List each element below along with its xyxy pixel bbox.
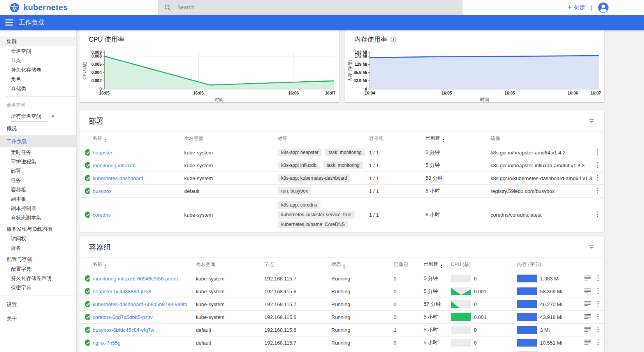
- column-header-name[interactable]: 名称: [90, 131, 181, 146]
- sidebar-item-persistent-volumes[interactable]: 持久化存储卷: [0, 65, 76, 74]
- sidebar-item-replica-sets[interactable]: 副本集: [0, 194, 76, 203]
- sidebar-item-nodes[interactable]: 节点: [0, 56, 76, 65]
- kubernetes-logo[interactable]: kubernetes: [0, 2, 68, 13]
- namespace-cell: default: [181, 185, 274, 198]
- sort-arrows-icon: [104, 138, 107, 142]
- column-header-name[interactable]: 名称: [90, 257, 193, 272]
- row-menu-kebab-icon[interactable]: [597, 288, 599, 294]
- namespace-cell: kube-system: [181, 172, 274, 185]
- search-input[interactable]: [177, 4, 456, 11]
- sidebar-item-workloads[interactable]: 工作负载: [0, 135, 76, 147]
- logs-icon[interactable]: [584, 340, 591, 345]
- kubernetes-wheel-icon: [9, 2, 20, 13]
- namespace-cell: kube-system: [181, 198, 274, 232]
- deployment-name-link[interactable]: kubernetes-dashboard: [93, 175, 143, 181]
- sidebar-item-storage-classes[interactable]: 存储类: [0, 84, 76, 93]
- logs-icon[interactable]: [584, 275, 591, 281]
- sidebar-item-daemon-sets[interactable]: 守护进程集: [0, 157, 76, 166]
- restarts-cell: 0: [391, 349, 421, 352]
- sidebar-item-deployments[interactable]: 部署: [0, 166, 76, 175]
- row-menu-kebab-icon[interactable]: [597, 301, 599, 307]
- info-icon[interactable]: [391, 37, 396, 42]
- sidebar-item-config-maps[interactable]: 配置字典: [0, 264, 76, 273]
- sidebar-item-config-storage[interactable]: 配置与存储: [0, 254, 76, 264]
- cpu-value: 0.001: [474, 289, 487, 294]
- create-button[interactable]: + 创建: [567, 4, 585, 11]
- sidebar-item-cron-jobs[interactable]: 定时任务: [0, 147, 76, 157]
- table-row[interactable]: busybox default run: busybox 1 / 1 5 小时 …: [79, 185, 604, 198]
- row-menu-kebab-icon[interactable]: [597, 275, 599, 281]
- pod-name-link[interactable]: kubernetes-dashboard-658b5b8788-v89fb: [93, 301, 187, 307]
- table-row[interactable]: nginx-7n55g default 192.168.115.7 Runnin…: [79, 336, 604, 349]
- brand-text: kubernetes: [23, 3, 68, 12]
- sidebar-item-namespaces[interactable]: 命名空间: [0, 46, 76, 56]
- cpu-sparkline: [451, 339, 471, 347]
- sidebar-item-persistent-volume-claims[interactable]: 持久化存储卷声明: [0, 273, 76, 283]
- row-menu-kebab-icon[interactable]: [597, 339, 599, 345]
- user-account-icon[interactable]: [598, 2, 609, 13]
- sidebar-item-overview[interactable]: 概况: [0, 124, 76, 133]
- row-menu-kebab-icon[interactable]: [597, 162, 598, 168]
- menu-hamburger-icon[interactable]: [0, 19, 19, 26]
- logs-icon[interactable]: [584, 327, 591, 332]
- deployment-name-link[interactable]: monitoring-influxdb: [93, 163, 135, 168]
- table-row[interactable]: coredns kube-system k8s-app: corednskube…: [79, 198, 604, 232]
- memory-sparkline: [517, 287, 537, 295]
- table-row[interactable]: nginx-znjtn default 192.168.115.6 Runnin…: [79, 349, 604, 352]
- row-menu-kebab-icon[interactable]: [597, 313, 599, 320]
- pod-name-link[interactable]: heapster-5c448886d-jtzx8: [93, 289, 151, 294]
- deployment-name-link[interactable]: busybox: [93, 188, 111, 194]
- row-menu-kebab-icon[interactable]: [597, 187, 598, 194]
- table-row[interactable]: kubernetes-dashboard kube-system k8s-app…: [79, 172, 604, 185]
- column-header-status[interactable]: 状态: [328, 257, 391, 272]
- images-cell: registry.59iedu.com/busybox: [487, 185, 594, 198]
- row-menu-kebab-icon[interactable]: [597, 326, 599, 333]
- table-row[interactable]: busybox-6bfdc45c84-vfq7w default 192.168…: [79, 324, 604, 336]
- node-cell: 192.168.115.6: [261, 311, 328, 324]
- table-row[interactable]: kubernetes-dashboard-658b5b8788-v89fb ku…: [79, 298, 604, 311]
- table-row[interactable]: monitoring-influxdb kube-system k8s-app:…: [79, 159, 604, 172]
- filter-icon[interactable]: [588, 118, 595, 125]
- pod-name-link[interactable]: nginx-7n55g: [93, 340, 121, 346]
- filter-icon[interactable]: [588, 244, 595, 251]
- sidebar-item-about[interactable]: 关于: [0, 314, 76, 324]
- namespace-selector[interactable]: 所有命名空间: [0, 110, 76, 121]
- deployment-name-link[interactable]: coredns: [93, 212, 111, 218]
- pods-cell: 1 / 1: [366, 198, 422, 232]
- images-cell: k8s.gcr.io/heapster-influxdb-amd64:v1.3.…: [487, 159, 594, 172]
- logs-icon[interactable]: [584, 301, 591, 306]
- table-row[interactable]: coredns-6bd7d5dbb5-pzjtv kube-system 192…: [79, 311, 604, 324]
- logs-icon[interactable]: [584, 288, 591, 294]
- sidebar-item-pods[interactable]: 容器组: [0, 185, 76, 194]
- pod-name-link[interactable]: coredns-6bd7d5dbb5-pzjtv: [93, 314, 153, 320]
- sidebar-item-cluster[interactable]: 集群: [0, 37, 76, 46]
- cpu-sparkline: [451, 313, 471, 321]
- table-row[interactable]: monitoring-influxdb-66946c9f58-ptnmt kub…: [79, 272, 604, 285]
- sidebar-item-settings[interactable]: 设置: [0, 299, 76, 309]
- column-header-namespace: 命名空间: [181, 131, 274, 146]
- sidebar-item-secrets[interactable]: 保密字典: [0, 283, 76, 292]
- pod-name-link[interactable]: busybox-6bfdc45c84-vfq7w: [93, 327, 154, 333]
- cpu-chart-title: CPU 使用率: [89, 35, 125, 44]
- column-header-images: 镜像: [487, 131, 594, 146]
- sidebar-item-stateful-sets[interactable]: 有状态副本集: [0, 213, 76, 222]
- column-header-created[interactable]: 已创建: [421, 257, 448, 272]
- row-menu-kebab-icon[interactable]: [597, 149, 598, 155]
- row-menu-kebab-icon[interactable]: [597, 175, 598, 181]
- sidebar-item-jobs[interactable]: 任务: [0, 175, 76, 185]
- sidebar-item-discovery[interactable]: 服务发现与负载均衡: [0, 224, 76, 234]
- restarts-cell: 0: [391, 272, 421, 285]
- topbar-divider: |: [591, 4, 592, 11]
- sidebar-item-services[interactable]: 服务: [0, 243, 76, 252]
- column-header-created[interactable]: 已创建: [422, 131, 487, 146]
- sidebar-item-replication-controllers[interactable]: 副本控制器: [0, 203, 76, 213]
- table-row[interactable]: heapster kube-system k8s-app: heapsterta…: [79, 146, 604, 159]
- pod-name-link[interactable]: monitoring-influxdb-66946c9f58-ptnmt: [93, 276, 178, 282]
- sidebar-item-roles[interactable]: 角色: [0, 74, 76, 84]
- row-menu-kebab-icon[interactable]: [597, 211, 598, 217]
- sidebar-item-ingresses[interactable]: 访问权: [0, 234, 76, 243]
- namespace-cell: kube-system: [193, 311, 261, 324]
- table-row[interactable]: heapster-5c448886d-jtzx8 kube-system 192…: [79, 285, 604, 298]
- deployment-name-link[interactable]: heapster: [93, 150, 113, 156]
- logs-icon[interactable]: [584, 314, 591, 319]
